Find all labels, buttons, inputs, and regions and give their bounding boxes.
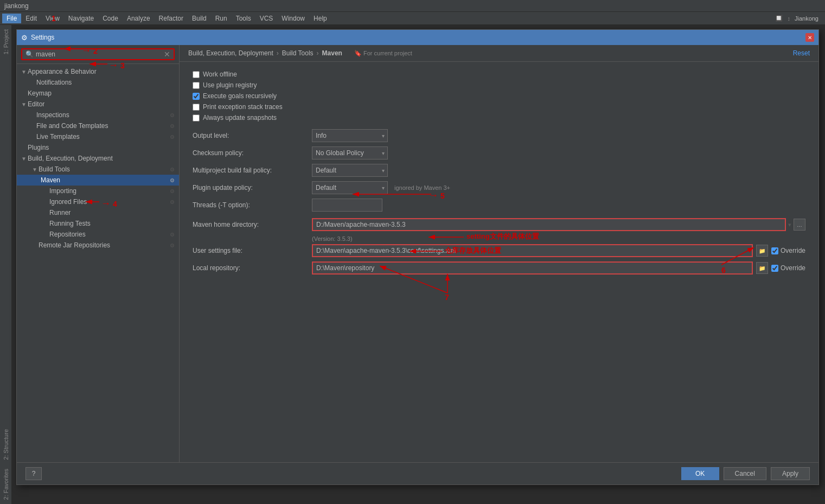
tree-section-editor[interactable]: ▼ Editor (17, 99, 179, 110)
local-repo-browse-button[interactable]: 📁 (756, 262, 768, 274)
tree-appearance-label: Appearance & Behavior (28, 68, 97, 75)
work-offline-checkbox[interactable] (193, 71, 200, 78)
menu-run[interactable]: Run (211, 14, 232, 23)
tree-section-plugins[interactable]: Plugins (17, 142, 179, 153)
output-level-select[interactable]: Info Debug Warning Error (312, 129, 388, 142)
user-settings-override-checkbox[interactable] (771, 247, 778, 254)
checksum-policy-row: Checksum policy: No Global Policy Warn F… (193, 146, 805, 160)
tree-item-running-tests[interactable]: Running Tests (17, 218, 179, 229)
tree-inspections-label: Inspections (36, 111, 69, 119)
search-input-wrapper: 🔍 ✕ (21, 48, 175, 60)
app-title: jiankong (4, 2, 29, 10)
use-plugin-registry-checkbox[interactable] (193, 82, 200, 89)
menu-refactor[interactable]: Refactor (155, 14, 188, 23)
menu-tools[interactable]: Tools (232, 14, 255, 23)
tree-item-inspections[interactable]: Inspections ⚙ (17, 110, 179, 120)
checksum-policy-label: Checksum policy: (193, 149, 312, 157)
annotation-area (193, 285, 805, 350)
multiproject-policy-value: Default Fail at end Fail never (312, 164, 805, 177)
menu-vcs[interactable]: VCS (255, 14, 278, 23)
tree-item-importing[interactable]: Importing ⚙ (17, 186, 179, 196)
tree-section-build[interactable]: ▼ Build, Execution, Deployment (17, 153, 179, 164)
settings-tree-panel: 🔍 ✕ ▼ Appearance & Behavior (17, 45, 180, 462)
repositories-icon: ⚙ (170, 232, 175, 238)
search-input[interactable] (36, 50, 164, 58)
breadcrumb-sep1: › (277, 49, 279, 57)
always-update-checkbox[interactable] (193, 114, 200, 122)
settings-tree: ▼ Appearance & Behavior Notifications Ke… (17, 64, 179, 462)
user-settings-input[interactable] (312, 244, 753, 257)
tree-item-build-tools[interactable]: ▼ Build Tools ⚙ (17, 164, 179, 175)
use-plugin-registry-label: Use plugin registry (203, 81, 257, 89)
side-tab-project[interactable]: 1: Project (1, 25, 11, 59)
print-exception-label: Print exception stack traces (203, 103, 283, 111)
breadcrumb-part3: Maven (322, 49, 342, 57)
tree-remote-jar-label: Remote Jar Repositories (39, 241, 110, 249)
maven-home-input[interactable] (312, 218, 786, 231)
project-tag: 🔖 For current project (354, 50, 412, 57)
output-level-value: Info Debug Warning Error (312, 129, 805, 142)
menu-help[interactable]: Help (309, 14, 331, 23)
checksum-policy-select[interactable]: No Global Policy Warn Fail Ignore (312, 146, 388, 160)
menu-build[interactable]: Build (188, 14, 211, 23)
user-settings-row: User settings file: 📁 Override (193, 244, 805, 257)
local-repo-input[interactable] (312, 261, 753, 275)
multiproject-policy-select[interactable]: Default Fail at end Fail never (312, 164, 388, 177)
tree-item-maven[interactable]: Maven ⚙ (17, 175, 179, 186)
local-repo-override-row: Override (771, 264, 805, 272)
threads-row: Threads (-T option): (193, 199, 805, 212)
dialog-close-button[interactable]: ✕ (805, 33, 814, 42)
tree-item-ignored-files[interactable]: Ignored Files ⚙ (17, 196, 179, 207)
user-settings-browse-button[interactable]: 📁 (756, 245, 768, 257)
execute-goals-label: Execute goals recursively (203, 92, 277, 100)
maven-home-browse-button[interactable]: … (794, 219, 805, 231)
checkbox-always-update-row: Always update snapshots (193, 114, 805, 122)
user-label: Jiankong (795, 15, 818, 22)
settings-content-panel: Build, Execution, Deployment › Build Too… (180, 45, 818, 462)
menu-edit[interactable]: Edit (21, 14, 41, 23)
tree-notifications-label: Notifications (36, 79, 72, 86)
local-repo-value: 📁 Override (312, 261, 805, 275)
ok-button[interactable]: OK (681, 467, 719, 480)
menu-code[interactable]: Code (98, 14, 123, 23)
tree-item-notifications[interactable]: Notifications (17, 77, 179, 88)
tree-item-file-code-templates[interactable]: File and Code Templates ⚙ (17, 120, 179, 131)
build-tools-icon: ⚙ (170, 167, 175, 173)
menu-window[interactable]: Window (277, 14, 309, 23)
ignored-text: ignored by Maven 3+ (394, 184, 450, 191)
user-settings-override-label: Override (781, 247, 805, 254)
checkbox-print-exception-row: Print exception stack traces (193, 103, 805, 111)
side-tab-favorites[interactable]: 2: Favorites (1, 464, 11, 504)
tree-keymap-label: Keymap (28, 90, 52, 97)
cancel-button[interactable]: Cancel (724, 467, 766, 480)
tree-item-remote-jar[interactable]: Remote Jar Repositories ⚙ (17, 240, 179, 251)
dialog-body: 🔍 ✕ ▼ Appearance & Behavior (17, 45, 818, 462)
menu-analyze[interactable]: Analyze (123, 14, 155, 23)
print-exception-checkbox[interactable] (193, 104, 200, 111)
tree-item-live-templates[interactable]: Live Templates ⚙ (17, 131, 179, 142)
menu-file[interactable]: File (2, 14, 21, 23)
tree-editor-label: Editor (28, 100, 44, 108)
menu-view[interactable]: View (41, 14, 64, 23)
execute-goals-checkbox[interactable] (193, 93, 200, 100)
checkbox-work-offline-row: Work offline (193, 71, 805, 78)
output-level-row: Output level: Info Debug Warning Error (193, 129, 805, 142)
help-button[interactable]: ? (25, 467, 42, 480)
tree-ignored-files-label: Ignored Files (49, 198, 87, 206)
tree-item-runner[interactable]: Runner (17, 207, 179, 218)
tree-section-appearance[interactable]: ▼ Appearance & Behavior (17, 66, 179, 77)
local-repo-override-checkbox[interactable] (771, 265, 778, 272)
side-tab-structure[interactable]: 2: Structure (1, 425, 11, 464)
reset-link[interactable]: Reset (793, 49, 810, 57)
tree-running-tests-label: Running Tests (49, 220, 91, 227)
plugin-update-policy-select[interactable]: Default Always Never Interval (312, 181, 388, 194)
tree-live-templates-label: Live Templates (36, 133, 80, 141)
threads-input[interactable] (312, 199, 382, 212)
tree-section-keymap[interactable]: Keymap (17, 88, 179, 99)
search-clear-button[interactable]: ✕ (164, 50, 170, 58)
apply-button[interactable]: Apply (771, 467, 810, 480)
menu-navigate[interactable]: Navigate (64, 14, 98, 23)
plugin-update-policy-row: Plugin update policy: Default Always Nev… (193, 181, 805, 194)
always-update-label: Always update snapshots (203, 114, 277, 122)
tree-item-repositories[interactable]: Repositories ⚙ (17, 229, 179, 240)
